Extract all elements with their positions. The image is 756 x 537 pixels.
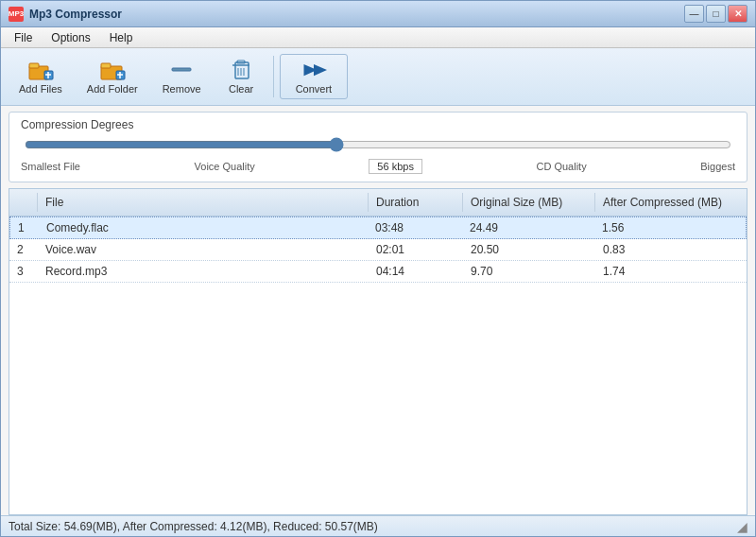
remove-button[interactable]: Remove — [152, 54, 212, 99]
header-compressed: After Compressed (MB) — [595, 193, 747, 212]
label-cd: CD Quality — [536, 161, 586, 172]
label-active: 56 kbps — [369, 159, 422, 174]
svg-marker-18 — [314, 64, 327, 76]
toolbar-separator — [273, 56, 274, 97]
cell-original: 9.70 — [463, 261, 595, 282]
status-text: Total Size: 54.69(MB), After Compressed:… — [9, 520, 378, 533]
toolbar: Add Files Add Folder Remove — [1, 48, 755, 106]
resize-handle: ◢ — [737, 519, 747, 534]
svg-rect-1 — [29, 63, 39, 68]
cell-file: Comedy.flac — [39, 217, 368, 238]
convert-label: Convert — [296, 83, 333, 95]
app-icon: MP3 — [9, 7, 24, 22]
compression-section-label: Compression Degrees — [21, 118, 735, 131]
clear-label: Clear — [229, 83, 253, 95]
label-voice: Voice Quality — [195, 161, 255, 172]
menu-help[interactable]: Help — [100, 29, 143, 46]
file-list-body[interactable]: 1 Comedy.flac 03:48 24.49 1.56 2 Voice.w… — [9, 217, 747, 514]
cell-duration: 03:48 — [368, 217, 462, 238]
compression-slider[interactable] — [25, 137, 731, 152]
cell-compressed: 0.83 — [595, 239, 747, 260]
svg-rect-10 — [172, 68, 191, 71]
add-files-icon — [27, 59, 54, 81]
slider-container — [21, 137, 735, 155]
add-files-label: Add Files — [19, 83, 62, 95]
cell-duration: 04:14 — [369, 261, 463, 282]
convert-button[interactable]: Convert — [280, 54, 349, 99]
remove-label: Remove — [163, 83, 201, 95]
cell-compressed: 1.56 — [594, 217, 746, 238]
svg-rect-6 — [101, 63, 111, 68]
cell-file: Voice.wav — [38, 239, 369, 260]
header-duration: Duration — [369, 193, 463, 212]
window-title: Mp3 Compressor — [29, 8, 122, 21]
cell-original: 24.49 — [462, 217, 594, 238]
cell-num: 2 — [9, 239, 38, 260]
add-folder-icon — [99, 59, 126, 81]
header-original: Original Size (MB) — [463, 193, 595, 212]
minimize-button[interactable]: — — [684, 5, 704, 23]
add-folder-label: Add Folder — [87, 83, 138, 95]
label-biggest: Biggest — [700, 161, 735, 172]
file-list-section: File Duration Original Size (MB) After C… — [9, 188, 747, 515]
header-file: File — [38, 193, 369, 212]
compression-section: Compression Degrees Smallest File Voice … — [9, 112, 747, 182]
table-row[interactable]: 2 Voice.wav 02:01 20.50 0.83 — [9, 239, 747, 261]
table-row[interactable]: 3 Record.mp3 04:14 9.70 1.74 — [9, 261, 747, 283]
header-num — [9, 193, 38, 212]
cell-compressed: 1.74 — [595, 261, 747, 282]
table-row[interactable]: 1 Comedy.flac 03:48 24.49 1.56 — [9, 217, 747, 239]
title-bar: MP3 Mp3 Compressor — □ ✕ — [1, 1, 755, 27]
cell-duration: 02:01 — [369, 239, 463, 260]
maximize-button[interactable]: □ — [706, 5, 726, 23]
cell-original: 20.50 — [463, 239, 595, 260]
title-bar-left: MP3 Mp3 Compressor — [9, 7, 122, 22]
status-bar: Total Size: 54.69(MB), After Compressed:… — [1, 515, 755, 536]
clear-button[interactable]: Clear — [215, 54, 267, 99]
label-smallest: Smallest File — [21, 161, 80, 172]
title-buttons: — □ ✕ — [684, 5, 747, 23]
file-list-header: File Duration Original Size (MB) After C… — [9, 189, 747, 217]
add-folder-button[interactable]: Add Folder — [77, 54, 148, 99]
remove-icon — [168, 59, 195, 81]
menu-options[interactable]: Options — [42, 29, 99, 46]
close-button[interactable]: ✕ — [728, 5, 747, 23]
convert-icon — [301, 59, 327, 81]
add-files-button[interactable]: Add Files — [9, 54, 73, 99]
compression-labels: Smallest File Voice Quality 56 kbps CD Q… — [21, 159, 735, 174]
clear-icon — [228, 59, 254, 81]
cell-num: 1 — [10, 217, 39, 238]
menu-file[interactable]: File — [5, 29, 42, 46]
main-window: MP3 Mp3 Compressor — □ ✕ File Options He… — [0, 0, 756, 537]
cell-file: Record.mp3 — [38, 261, 369, 282]
menu-bar: File Options Help — [1, 27, 755, 48]
cell-num: 3 — [9, 261, 38, 282]
